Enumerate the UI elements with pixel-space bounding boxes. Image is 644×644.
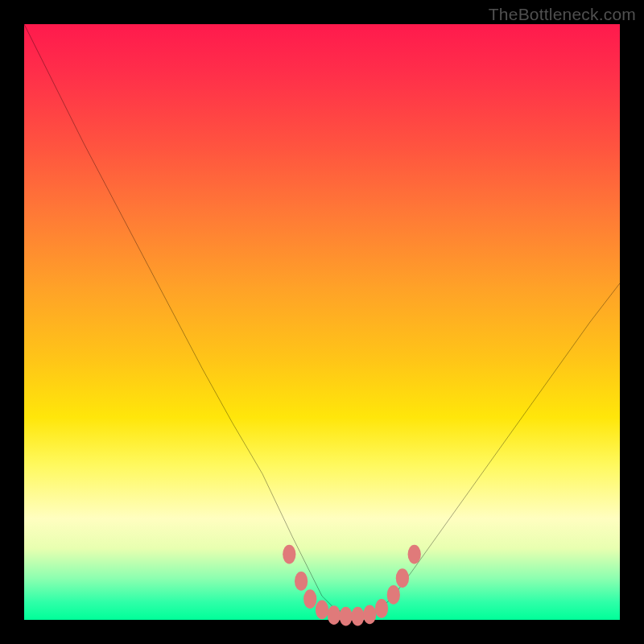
curve-line [24,24,620,617]
highlight-marker [316,601,328,620]
highlight-marker [303,589,316,609]
highlight-marker [295,572,308,591]
chart-frame: TheBottleneck.com [0,0,644,644]
watermark-text: TheBottleneck.com [489,5,636,24]
plot-area [24,24,620,620]
highlight-marker [339,607,352,626]
highlight-marker [283,545,295,564]
highlight-markers [283,545,421,626]
highlight-marker [351,607,364,626]
highlight-marker [363,605,376,625]
bottleneck-curve [24,24,620,620]
highlight-marker [396,568,409,588]
highlight-marker [387,585,400,605]
highlight-marker [375,599,388,618]
highlight-marker [328,605,341,625]
highlight-marker [408,545,421,564]
